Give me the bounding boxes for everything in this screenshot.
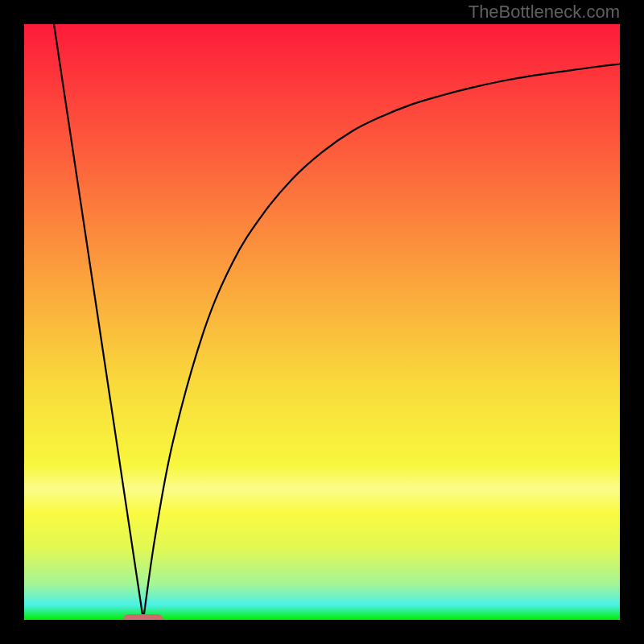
data-curve [24, 24, 620, 620]
chart-container: TheBottleneck.com [0, 0, 644, 644]
plot-area [24, 24, 620, 620]
minimum-marker [123, 614, 163, 620]
watermark-text: TheBottleneck.com [469, 2, 620, 23]
